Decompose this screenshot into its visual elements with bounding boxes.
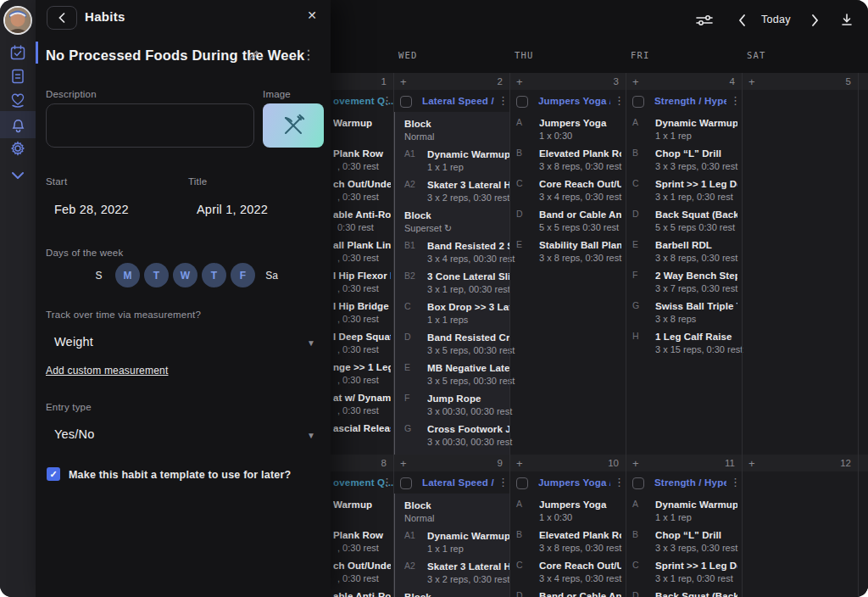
workout-complete-checkbox[interactable] (400, 96, 412, 108)
week-day-strip: 8+9+10+11+12 (331, 455, 868, 471)
exercise-item: B23 Cone Lateral Slide3 x 1 rep, 00:30 r… (395, 271, 509, 296)
exercise-sets: , 0:30 rest (333, 160, 393, 173)
start-date-value[interactable]: Feb 28, 2022 (54, 203, 129, 216)
day-number: 4 (716, 76, 735, 86)
prev-week-button[interactable] (732, 12, 751, 29)
edit-pencil-icon[interactable] (248, 49, 260, 65)
add-workout-button[interactable]: + (632, 457, 639, 470)
exercise-item: Plank Row, 0:30 rest (331, 529, 393, 555)
day-number: 5 (832, 76, 851, 86)
block-subtitle: Normal (404, 512, 509, 525)
exercise-title: Sprint >> 1 Leg Declarations (655, 560, 737, 572)
day-toggle-m[interactable]: M (115, 263, 140, 287)
exercise-letter: G (632, 300, 651, 310)
end-date-value[interactable]: April 1, 2022 (197, 203, 268, 216)
user-avatar[interactable] (3, 6, 32, 35)
exercise-title: Core Reach Out/Under (539, 560, 621, 572)
workout-menu-kebab-icon[interactable]: ⋮ (498, 477, 509, 488)
exercise-title: Cross Footwork Jump Rope (427, 423, 509, 436)
measurement-select-value[interactable]: Weight (54, 335, 93, 349)
sidebar-more-chevron[interactable] (0, 163, 36, 188)
exercise-letter: F (632, 270, 651, 280)
workout-title[interactable]: Strength / Hypertro... (654, 477, 726, 488)
day-toggle-t[interactable]: T (144, 263, 169, 287)
workout-title[interactable]: Lateral Speed / Plyo (422, 96, 494, 106)
workout-complete-checkbox[interactable] (516, 96, 528, 108)
block-subtitle: Superset ↻ (404, 222, 509, 235)
sidebar-item-settings[interactable] (0, 136, 36, 161)
workout-title[interactable]: Jumpers Yoga / Core (538, 477, 610, 488)
download-icon[interactable] (837, 12, 856, 29)
exercise-item: DBand Resisted Crossover...3 x 5 reps, 0… (395, 332, 509, 357)
sidebar-item-calendar[interactable] (0, 40, 36, 65)
exercise-title: able Anti-Rotati... (333, 590, 391, 597)
add-workout-button[interactable]: + (400, 75, 407, 88)
exercise-item: l Deep Squat Mo..., 0:30 rest (331, 331, 393, 356)
exercise-item: Warmup (331, 499, 393, 524)
exercise-sets: 3 x 4 reps, 0:30 rest (539, 191, 626, 204)
filter-icon[interactable] (695, 12, 714, 29)
exercise-title: Box Drop >> 3 Lateral H... (427, 301, 509, 314)
template-checkbox[interactable]: ✓ (47, 467, 60, 481)
exercise-title: Plank Row (333, 529, 391, 542)
add-workout-button[interactable]: + (632, 75, 639, 88)
sidebar-item-notifications[interactable] (0, 111, 36, 138)
exercise-sets (333, 435, 393, 448)
measurement-select-caret-icon[interactable]: ▼ (307, 338, 315, 348)
description-input[interactable] (46, 103, 254, 148)
active-route-indicator (36, 42, 38, 64)
exercise-letter: B (516, 529, 535, 539)
workout-menu-kebab-icon[interactable]: ⋮ (614, 95, 625, 106)
workout-menu-kebab-icon[interactable]: ⋮ (730, 95, 741, 106)
exercise-sets: , 0:30 rest (333, 252, 393, 265)
day-toggle-w[interactable]: W (173, 263, 198, 287)
add-workout-button[interactable]: + (400, 457, 407, 470)
column-divider (858, 73, 859, 455)
add-workout-button[interactable]: + (748, 75, 755, 88)
next-week-button[interactable] (805, 12, 824, 29)
workout-complete-checkbox[interactable] (400, 477, 412, 489)
workout-menu-kebab-icon[interactable]: ⋮ (730, 477, 741, 488)
workout-menu-kebab-icon[interactable]: ⋮ (498, 95, 509, 106)
workout-complete-checkbox[interactable] (516, 477, 528, 489)
exercise-letter: A1 (404, 530, 423, 540)
exercise-sets: 3 x 1 rep, 0:30 rest (655, 191, 742, 204)
exercise-sets: 3 x 15 reps, 0:30 rest (655, 343, 742, 356)
exercise-letter: D (404, 332, 423, 342)
day-toggle-f[interactable]: F (231, 263, 255, 287)
day-toggle-sa[interactable]: Sa (259, 263, 284, 287)
day-toggle-s[interactable]: S (86, 263, 111, 287)
day-toggle-t[interactable]: T (202, 263, 226, 287)
workout-title[interactable]: Lateral Speed / Plyo (422, 477, 494, 488)
today-button[interactable]: Today (761, 14, 791, 25)
workout-title[interactable]: Strength / Hypertro... (654, 96, 726, 106)
close-icon[interactable]: ✕ (307, 8, 317, 22)
habit-image-tile[interactable] (263, 103, 324, 148)
sidebar-item-health[interactable] (0, 87, 36, 113)
sidebar-item-documents[interactable] (0, 64, 36, 89)
workout-card-header: Jumpers Yoga / Core⋮ (509, 95, 626, 110)
dow-label: WED (398, 50, 418, 60)
exercise-item: l Hip Bridge w/ ..., 0:30 rest (331, 300, 393, 326)
entry-type-select-caret-icon[interactable]: ▼ (307, 431, 315, 440)
add-custom-measurement-link[interactable]: Add custom measurement (46, 365, 168, 377)
add-workout-button[interactable]: + (516, 457, 523, 470)
exercise-letter: C (404, 301, 423, 311)
back-button[interactable] (47, 6, 77, 30)
exercise-letter: A (632, 117, 651, 127)
exercise-title: Elevated Plank Row (539, 529, 621, 542)
add-workout-button[interactable]: + (748, 457, 755, 470)
exercise-sets: 1 x 1 rep (655, 130, 742, 142)
workout-menu-kebab-icon[interactable]: ⋮ (381, 477, 392, 488)
exercise-title: Band or Cable Anti Rotati... (539, 209, 621, 221)
workout-menu-kebab-icon[interactable]: ⋮ (381, 95, 392, 106)
add-workout-button[interactable]: + (516, 75, 523, 88)
week-content: ovement Q...⋮WarmupPlank Row, 0:30 restc… (331, 471, 868, 597)
habit-menu-kebab-icon[interactable]: ⋮ (302, 48, 315, 62)
entry-type-select-value[interactable]: Yes/No (54, 427, 94, 441)
exercise-letter: F (404, 393, 423, 403)
workout-complete-checkbox[interactable] (632, 96, 644, 108)
workout-title[interactable]: Jumpers Yoga / Core (538, 96, 610, 106)
workout-complete-checkbox[interactable] (632, 477, 644, 489)
workout-menu-kebab-icon[interactable]: ⋮ (614, 477, 625, 488)
